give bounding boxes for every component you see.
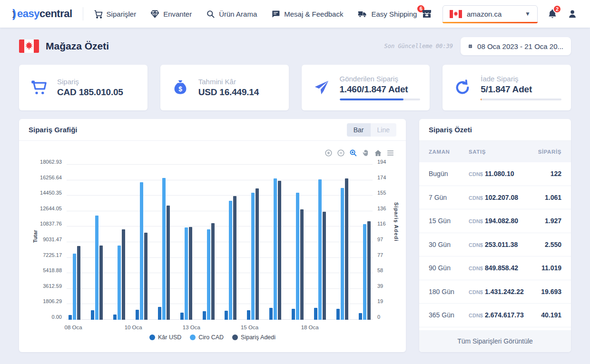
bar-sipariş-adedi [122,229,125,320]
bar-group-12-oca [158,165,170,320]
right-axis-tick: 136 [377,206,386,211]
sales-value: 11.080.10 [485,170,514,177]
last-update-text: Son Güncelleme 00:39 [384,43,453,49]
bar-kâr-usd [91,310,94,320]
legend-dot [190,334,196,340]
left-axis-tick: 7225.17 [43,252,62,258]
bar-kâr-usd [158,307,161,320]
nav-item-inventory[interactable]: Envanter [150,10,192,19]
column-header-satis: SATIŞ [469,149,531,155]
column-header-siparis: SİPARİŞ [531,149,561,155]
stat-label: İade Sipariş [481,75,561,83]
user-profile-icon[interactable] [567,8,578,20]
nav-item-product-search[interactable]: Ürün Arama [206,10,257,19]
store-selector[interactable]: amazon.ca ▼ [442,5,538,23]
order-count: 11.019 [531,264,561,272]
bar-kâr-usd [247,310,250,320]
bar-ciro-cad [251,193,255,320]
top-navbar: )) easycentral Siparişler Envanter Ürün … [0,0,590,28]
bar-ciro-cad [185,227,188,320]
bar-group-17-oca [269,165,281,320]
bar-sipariş-adedi [300,209,304,320]
order-count: 1.061 [531,194,561,201]
x-axis-tick: 13 Oca [183,325,200,330]
chart-legend: Kâr USDCiro CADSipariş Adedi [19,334,406,341]
chevron-down-icon: ▼ [525,10,531,17]
order-chart-card: Sipariş Grafiği Bar Line Tutar Sipariş A… [19,119,406,352]
currency-prefix: CDN$ [469,242,483,248]
storefront-icon[interactable] [421,8,433,20]
bar-kâr-usd [69,315,72,320]
nav-item-easy-shipping[interactable]: Easy Shipping 6 [357,10,417,19]
table-row[interactable]: 180 Gün CDN$1.431.242.22 19.693 [419,280,571,304]
stat-label: Sipariş [57,78,138,86]
notifications-bell-icon[interactable]: 2 [547,8,558,20]
bars-row [67,165,373,320]
table-row[interactable]: 30 Gün CDN$253.011.38 2.550 [419,233,571,257]
home-icon[interactable] [374,149,382,157]
menu-icon[interactable] [386,149,394,157]
zoom-in-icon[interactable] [324,149,333,157]
sales-value: 194.082.80 [485,217,518,225]
bar-chart-plot-area[interactable]: 0.0001806.29193612.59395418.88587225.177… [67,165,373,320]
table-row[interactable]: 365 Gün CDN$2.674.617.73 40.191 [419,304,571,327]
stat-value: CAD 185.010.05 [57,87,138,98]
right-axis-tick: 174 [377,175,386,180]
bar-kâr-usd [314,308,317,320]
stat-label: Gönderilen Sipariş [340,75,421,83]
date-range-value: 08 Oca 2023 - 21 Oca 20... [477,42,563,50]
bar-kâr-usd [336,309,340,320]
canada-flag-icon [450,10,462,18]
toggle-line-button[interactable]: Line [371,123,396,137]
right-axis-tick: 39 [377,283,383,289]
bar-group-08-oca [69,165,80,320]
bar-sipariş-adedi [323,212,326,320]
stat-card-shipped-orders: Gönderilen Sipariş 1.460/1.847 Adet [302,65,430,110]
bar-group-20-oca [336,165,348,320]
table-row[interactable]: 7 Gün CDN$102.207.08 1.061 [419,186,571,210]
legend-dot [149,334,155,340]
legend-item-kâr-usd[interactable]: Kâr USD [149,334,181,341]
currency-prefix: CDN$ [469,313,483,318]
date-range-picker[interactable]: 08 Oca 2023 - 21 Oca 20... [461,37,571,55]
bar-kâr-usd [180,313,184,320]
order-count: 2.550 [531,241,561,248]
table-row[interactable]: 15 Gün CDN$194.082.80 1.927 [419,209,571,233]
legend-label: Kâr USD [158,334,181,341]
bar-ciro-cad [318,179,322,320]
nav-item-label: Easy Shipping [371,10,417,18]
column-header-zaman: ZAMAN [429,149,469,155]
bar-sipariş-adedi [77,246,80,320]
zoom-out-icon[interactable] [337,149,345,157]
stat-card-orders: Sipariş CAD 185.010.05 [19,65,148,110]
view-all-orders-button[interactable]: Tüm Siparişleri Görüntüle [419,330,571,352]
pan-icon[interactable] [362,149,370,157]
brand-logo[interactable]: )) easycentral [12,7,72,20]
gem-icon [150,10,159,19]
bar-group-21-oca [359,165,371,320]
right-axis-tick: 19 [377,298,383,304]
toggle-bar-button[interactable]: Bar [347,123,371,137]
x-axis-tick: 10 Oca [125,325,142,330]
sales-value: 1.431.242.22 [485,288,524,295]
nav-item-messages-feedback[interactable]: Mesaj & Feedback [271,10,343,19]
box-zoom-icon[interactable] [349,149,357,157]
sales-value: 102.207.08 [485,194,518,201]
legend-item-sipariş-adedi[interactable]: Sipariş Adedi [232,334,275,341]
table-row[interactable]: 90 Gün CDN$849.858.42 11.019 [419,256,571,280]
bar-group-15-oca [225,165,236,320]
legend-item-ciro-cad[interactable]: Ciro CAD [190,334,224,341]
summary-card-title: Sipariş Özeti [429,126,472,134]
right-axis-tick: 58 [377,267,383,273]
bar-sipariş-adedi [367,221,371,320]
sales-value: 2.674.617.73 [485,311,524,319]
nav-item-orders[interactable]: Siparişler [94,10,137,19]
bar-kâr-usd [292,309,295,320]
right-axis-tick: 77 [377,252,383,258]
bar-kâr-usd [225,311,228,320]
right-axis-tick: 97 [377,236,383,242]
stat-label: Tahmini Kâr [198,78,279,86]
order-summary-card: Sipariş Özeti ZAMAN SATIŞ SİPARİŞ Bugün … [419,119,571,352]
table-row[interactable]: Bugün CDN$11.080.10 122 [419,162,571,186]
stat-card-estimated-profit: $ Tahmini Kâr USD 16.449.14 [160,65,289,110]
